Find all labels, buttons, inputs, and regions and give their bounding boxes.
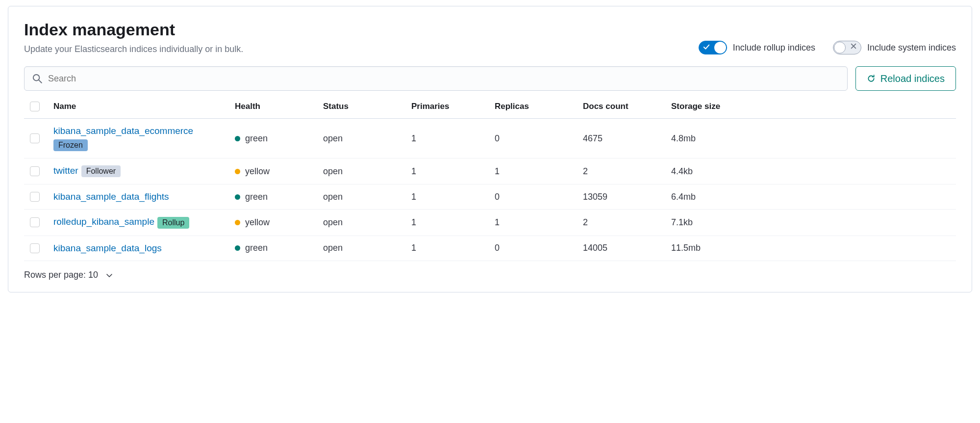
switch-thumb [834, 42, 846, 53]
index-name-link[interactable]: twitter [53, 165, 78, 176]
cell-docs: 13059 [577, 185, 665, 210]
row-checkbox[interactable] [30, 243, 40, 253]
cell-storage: 4.4kb [665, 159, 956, 185]
col-name-header[interactable]: Name [48, 95, 229, 119]
reload-label: Reload indices [880, 73, 945, 84]
col-docs-header[interactable]: Docs count [577, 95, 665, 119]
select-all-checkbox[interactable] [30, 102, 40, 111]
toggle-rollup-group: Include rollup indices [699, 41, 815, 54]
cell-status: open [317, 236, 405, 261]
toggle-rollup-switch[interactable] [699, 41, 727, 54]
switch-thumb [714, 42, 726, 53]
index-badge: Rollup [157, 217, 189, 229]
search-wrap [24, 66, 848, 91]
health-text: yellow [245, 217, 270, 228]
index-name-link[interactable]: kibana_sample_data_logs [53, 243, 162, 253]
col-storage-header[interactable]: Storage size [665, 95, 956, 119]
health-dot-icon [235, 136, 240, 141]
toggles: Include rollup indices Include system in… [699, 41, 956, 54]
table-row: kibana_sample_data_ecommerceFrozengreeno… [24, 119, 956, 159]
table-row: kibana_sample_data_logsgreenopen10140051… [24, 236, 956, 261]
health-cell: yellow [235, 166, 311, 177]
health-dot-icon [235, 220, 240, 225]
toggle-system-switch[interactable] [833, 41, 861, 54]
table-header-row: Name Health Status Primaries Replicas Do… [24, 95, 956, 119]
row-checkbox[interactable] [30, 217, 40, 227]
table-row: rolledup_kibana_sampleRollupyellowopen11… [24, 210, 956, 236]
health-text: yellow [245, 166, 270, 177]
cell-primaries: 1 [405, 210, 489, 236]
cell-storage: 4.8mb [665, 119, 956, 159]
cell-primaries: 1 [405, 236, 489, 261]
index-management-panel: Index management Update your Elasticsear… [8, 6, 972, 292]
col-status-header[interactable]: Status [317, 95, 405, 119]
index-badge: Frozen [53, 139, 88, 151]
health-cell: yellow [235, 217, 311, 228]
check-icon [703, 44, 710, 51]
col-health-header[interactable]: Health [229, 95, 317, 119]
index-name-link[interactable]: kibana_sample_data_ecommerce [53, 126, 193, 136]
cell-docs: 14005 [577, 236, 665, 261]
cell-replicas: 0 [489, 119, 577, 159]
toggle-rollup-label: Include rollup indices [733, 43, 815, 53]
cell-primaries: 1 [405, 159, 489, 185]
toggle-system-label: Include system indices [867, 43, 956, 53]
index-badge: Follower [81, 165, 121, 177]
header-row: Index management Update your Elasticsear… [24, 20, 956, 54]
cell-replicas: 1 [489, 210, 577, 236]
row-checkbox[interactable] [30, 133, 40, 143]
svg-line-1 [39, 80, 42, 83]
cell-status: open [317, 185, 405, 210]
cell-replicas: 0 [489, 236, 577, 261]
cell-storage: 11.5mb [665, 236, 956, 261]
health-cell: green [235, 133, 311, 144]
health-cell: green [235, 243, 311, 253]
cell-docs: 2 [577, 210, 665, 236]
table-footer: Rows per page: 10 [24, 261, 956, 280]
cell-storage: 7.1kb [665, 210, 956, 236]
toggle-system-group: Include system indices [833, 41, 956, 54]
col-replicas-header[interactable]: Replicas [489, 95, 577, 119]
search-input[interactable] [48, 74, 839, 84]
index-name-link[interactable]: kibana_sample_data_flights [53, 191, 169, 202]
page-subtitle: Update your Elasticsearch indices indivi… [24, 44, 699, 54]
cell-storage: 6.4mb [665, 185, 956, 210]
header-left: Index management Update your Elasticsear… [24, 20, 699, 54]
cell-primaries: 1 [405, 185, 489, 210]
rows-per-page-label: Rows per page: 10 [24, 270, 98, 280]
search-icon [32, 74, 42, 83]
cell-status: open [317, 210, 405, 236]
index-name-link[interactable]: rolledup_kibana_sample [53, 216, 154, 227]
health-dot-icon [235, 169, 240, 174]
page-title: Index management [24, 20, 699, 39]
indices-table: Name Health Status Primaries Replicas Do… [24, 95, 956, 261]
cell-primaries: 1 [405, 119, 489, 159]
row-checkbox[interactable] [30, 192, 40, 202]
toolbar-row: Reload indices [24, 66, 956, 91]
rows-per-page-button[interactable]: Rows per page: 10 [24, 270, 113, 280]
table-row: kibana_sample_data_flightsgreenopen10130… [24, 185, 956, 210]
cell-replicas: 1 [489, 159, 577, 185]
cell-docs: 4675 [577, 119, 665, 159]
row-checkbox[interactable] [30, 166, 40, 176]
health-dot-icon [235, 245, 240, 251]
health-text: green [245, 133, 268, 144]
chevron-down-icon [105, 271, 113, 279]
health-cell: green [235, 192, 311, 202]
table-row: twitterFolloweryellowopen1124.4kb [24, 159, 956, 185]
cell-status: open [317, 119, 405, 159]
cell-status: open [317, 159, 405, 185]
col-primaries-header[interactable]: Primaries [405, 95, 489, 119]
health-text: green [245, 192, 268, 202]
health-dot-icon [235, 194, 240, 200]
cell-replicas: 0 [489, 185, 577, 210]
x-icon [850, 43, 857, 50]
reload-indices-button[interactable]: Reload indices [855, 66, 956, 91]
cell-docs: 2 [577, 159, 665, 185]
refresh-icon [867, 74, 876, 83]
health-text: green [245, 243, 268, 253]
